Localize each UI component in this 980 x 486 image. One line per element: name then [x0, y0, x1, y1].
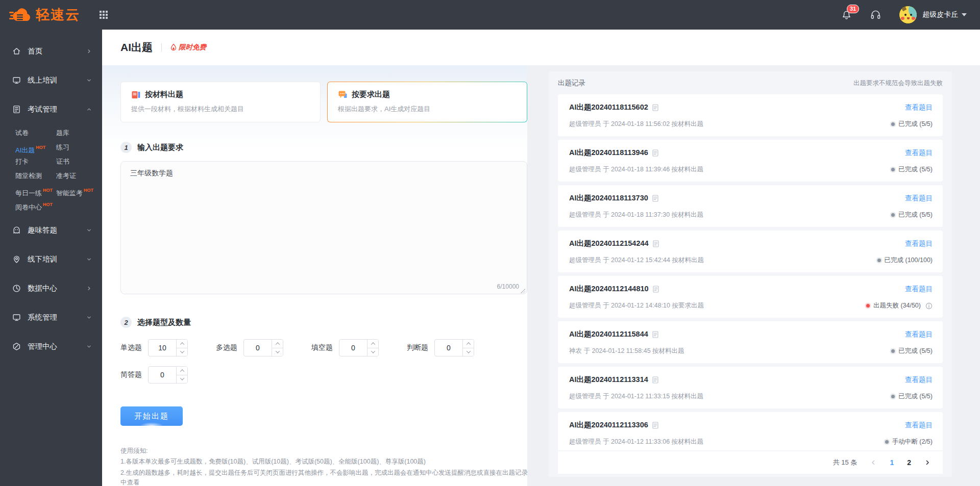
app-logo[interactable]: 轻速云 [9, 6, 80, 24]
view-questions-link[interactable]: 查看题目 [905, 375, 933, 385]
document-icon[interactable] [652, 195, 658, 202]
sidebar-item-home[interactable]: 首页 [0, 37, 102, 66]
quantity-stepper[interactable]: 0 [243, 339, 283, 356]
next-page-button[interactable] [924, 459, 930, 466]
increment-button[interactable] [177, 367, 187, 375]
question-type-单选题: 单选题10 [120, 339, 188, 356]
status-text: 已完成 (5/5) [898, 165, 933, 174]
sidebar-item-admin[interactable]: 管理中心 [0, 332, 102, 361]
page-title: AI出题 [120, 40, 153, 55]
chevron-down-icon [86, 315, 92, 320]
prev-page-button[interactable] [870, 459, 876, 466]
record-card: AI出题20240118115602查看题目超级管理员 于 2024-01-18… [558, 94, 943, 136]
document-icon[interactable] [653, 240, 659, 247]
increment-button[interactable] [463, 340, 474, 348]
sidebar-subitem-label: 智能监考 [56, 189, 83, 197]
mode-card-material[interactable]: 按材料出题提供一段材料，根据材料生成相关题目 [120, 82, 321, 122]
record-name: AI出题20240118113730 [569, 193, 648, 203]
sidebar-subitem-随堂检测[interactable]: 随堂检测 [15, 169, 56, 183]
quantity-stepper[interactable]: 0 [339, 339, 379, 356]
increment-button[interactable] [368, 340, 378, 348]
quantity-stepper[interactable]: 0 [148, 366, 188, 383]
chevron-right-icon [86, 286, 92, 291]
decrement-button[interactable] [368, 348, 378, 356]
flame-icon [170, 44, 177, 51]
question-type-填空题: 填空题0 [311, 339, 379, 356]
sidebar-subitem-阅卷中心[interactable]: 阅卷中心HOT [15, 197, 56, 212]
offline-icon [12, 255, 21, 264]
step-title: 选择题型及数量 [137, 318, 191, 327]
document-icon[interactable] [652, 331, 658, 338]
sidebar-item-fun[interactable]: 趣味答题 [0, 216, 102, 245]
sidebar-subitem-label: 阅卷中心 [15, 203, 42, 211]
sidebar-item-offline[interactable]: 线下培训 [0, 245, 102, 274]
increment-button[interactable] [177, 340, 187, 348]
sidebar-subitem-每日一练[interactable]: 每日一练HOT [15, 183, 56, 197]
quantity-stepper[interactable]: 10 [148, 339, 188, 356]
increment-button[interactable] [272, 340, 283, 348]
mode-card-title-row: 按材料出题 [131, 90, 310, 99]
mode-card-desc: 根据出题要求，AI生成对应题目 [338, 105, 517, 114]
view-questions-link[interactable]: 查看题目 [905, 148, 933, 158]
sidebar-subitem-打卡[interactable]: 打卡 [15, 155, 56, 169]
view-questions-link[interactable]: 查看题目 [905, 421, 933, 430]
sidebar-subitem-题库[interactable]: 题库 [56, 126, 102, 140]
sidebar-subitem-智能监考[interactable]: 智能监考HOT [56, 183, 102, 197]
start-generation-button[interactable]: 开始出题 [120, 406, 183, 426]
record-name: AI出题20240112115844 [569, 329, 648, 339]
user-menu[interactable]: 超级皮卡丘 [922, 10, 967, 19]
require-mode-icon [338, 90, 348, 99]
page-number-1[interactable]: 1 [890, 458, 894, 467]
chevron-down-icon [86, 344, 92, 349]
document-icon[interactable] [653, 286, 659, 293]
status-text: 已完成 (5/5) [898, 211, 933, 219]
document-icon[interactable] [652, 104, 658, 111]
document-icon[interactable] [652, 376, 658, 383]
document-icon[interactable] [652, 149, 658, 157]
record-meta-row: 超级管理员 于 2024-01-18 11:39:46 按材料出题已完成 (5/… [569, 165, 933, 174]
document-icon[interactable] [652, 422, 658, 429]
record-status: 已完成 (100/100) [877, 256, 933, 265]
sidebar-subitem-练习[interactable]: 练习 [56, 140, 102, 155]
view-questions-link[interactable]: 查看题目 [905, 103, 933, 112]
status-dot-interrupted [885, 440, 889, 444]
view-questions-link[interactable]: 查看题目 [905, 239, 933, 248]
sidebar-subitem-准考证[interactable]: 准考证 [56, 169, 102, 183]
page-number-2[interactable]: 2 [907, 458, 911, 467]
view-questions-link[interactable]: 查看题目 [905, 330, 933, 339]
decrement-button[interactable] [272, 348, 283, 356]
info-icon[interactable] [925, 302, 933, 310]
record-meta-row: 超级管理员 于 2024-01-12 15:42:44 按材料出题已完成 (10… [569, 256, 933, 265]
record-meta: 超级管理员 于 2024-01-12 15:42:44 按材料出题 [569, 256, 704, 265]
notifications-button[interactable]: 31 [841, 9, 852, 21]
status-dot-done [891, 213, 895, 217]
record-meta: 神农 于 2024-01-12 11:58:45 按材料出题 [569, 347, 684, 355]
record-card: AI出题20240112144810查看题目超级管理员 于 2024-01-12… [558, 276, 943, 318]
sidebar-subitem-AI出题[interactable]: AI出题HOT [15, 140, 56, 155]
question-type-label: 填空题 [311, 343, 333, 352]
resize-handle[interactable] [520, 288, 525, 293]
apps-grid-icon[interactable] [100, 11, 108, 19]
record-title-row: AI出题20240118115602查看题目 [569, 103, 933, 112]
sidebar-item-system[interactable]: 系统管理 [0, 303, 102, 332]
sidebar-item-exam[interactable]: 考试管理 [0, 95, 102, 124]
decrement-button[interactable] [463, 348, 474, 356]
support-button[interactable] [870, 9, 881, 21]
record-meta-row: 超级管理员 于 2024-01-18 11:37:30 按材料出题已完成 (5/… [569, 211, 933, 219]
sidebar-item-training[interactable]: 线上培训 [0, 66, 102, 95]
view-questions-link[interactable]: 查看题目 [905, 285, 933, 294]
sidebar-item-data[interactable]: 数据中心 [0, 274, 102, 303]
sidebar-submenu: 试卷题库AI出题HOT练习打卡证书随堂检测准考证每日一练HOT智能监考HOT阅卷… [0, 124, 102, 216]
decrement-button[interactable] [177, 348, 187, 356]
mode-card-require[interactable]: 按要求出题根据出题要求，AI生成对应题目 [327, 82, 527, 122]
view-questions-link[interactable]: 查看题目 [905, 194, 933, 203]
requirement-textarea[interactable]: 三年级数学题 [120, 161, 527, 294]
sidebar-subitem-试卷[interactable]: 试卷 [15, 126, 56, 140]
user-avatar[interactable] [899, 6, 917, 24]
page-header: AI出题 限时免费 [102, 30, 980, 65]
record-meta: 超级管理员 于 2024-01-18 11:56:02 按材料出题 [569, 120, 703, 129]
decrement-button[interactable] [177, 375, 187, 383]
total-count: 共 15 条 [833, 458, 857, 467]
sidebar-subitem-证书[interactable]: 证书 [56, 155, 102, 169]
quantity-stepper[interactable]: 0 [434, 339, 474, 356]
